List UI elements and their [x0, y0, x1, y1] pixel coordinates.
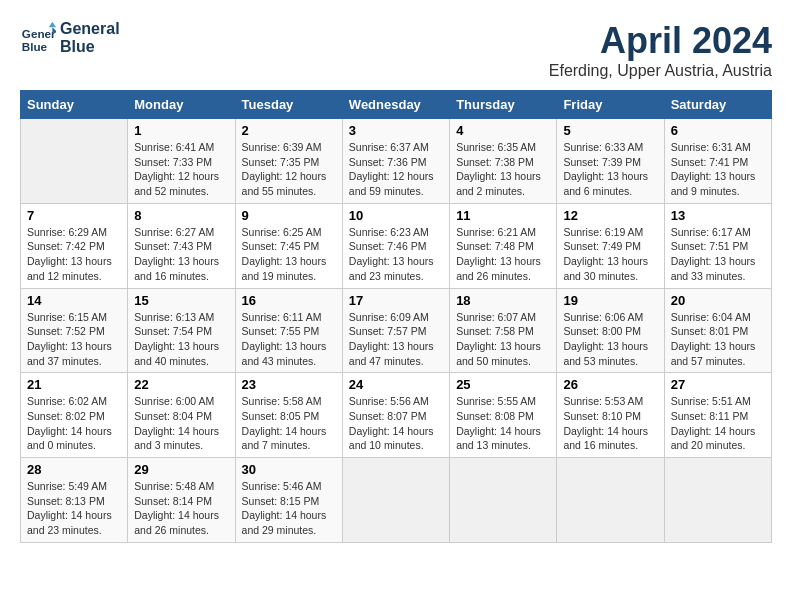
day-number: 1: [134, 123, 228, 138]
day-info: Sunrise: 6:06 AMSunset: 8:00 PMDaylight:…: [563, 310, 657, 369]
calendar-day-cell: [557, 458, 664, 543]
day-info: Sunrise: 6:00 AMSunset: 8:04 PMDaylight:…: [134, 394, 228, 453]
day-number: 13: [671, 208, 765, 223]
logo-icon: General Blue: [20, 20, 56, 56]
day-info: Sunrise: 6:39 AMSunset: 7:35 PMDaylight:…: [242, 140, 336, 199]
svg-text:Blue: Blue: [22, 40, 48, 53]
day-number: 4: [456, 123, 550, 138]
calendar-week-row: 14Sunrise: 6:15 AMSunset: 7:52 PMDayligh…: [21, 288, 772, 373]
weekday-header-row: SundayMondayTuesdayWednesdayThursdayFrid…: [21, 91, 772, 119]
calendar-day-cell: 3Sunrise: 6:37 AMSunset: 7:36 PMDaylight…: [342, 119, 449, 204]
logo-text: GeneralBlue: [60, 20, 120, 56]
calendar-day-cell: 8Sunrise: 6:27 AMSunset: 7:43 PMDaylight…: [128, 203, 235, 288]
calendar-day-cell: 14Sunrise: 6:15 AMSunset: 7:52 PMDayligh…: [21, 288, 128, 373]
calendar-day-cell: 13Sunrise: 6:17 AMSunset: 7:51 PMDayligh…: [664, 203, 771, 288]
day-info: Sunrise: 6:23 AMSunset: 7:46 PMDaylight:…: [349, 225, 443, 284]
day-info: Sunrise: 6:41 AMSunset: 7:33 PMDaylight:…: [134, 140, 228, 199]
day-number: 24: [349, 377, 443, 392]
weekday-header: Wednesday: [342, 91, 449, 119]
day-number: 14: [27, 293, 121, 308]
calendar-day-cell: [450, 458, 557, 543]
calendar-week-row: 1Sunrise: 6:41 AMSunset: 7:33 PMDaylight…: [21, 119, 772, 204]
calendar-day-cell: 12Sunrise: 6:19 AMSunset: 7:49 PMDayligh…: [557, 203, 664, 288]
calendar-day-cell: [342, 458, 449, 543]
calendar-week-row: 28Sunrise: 5:49 AMSunset: 8:13 PMDayligh…: [21, 458, 772, 543]
day-info: Sunrise: 6:25 AMSunset: 7:45 PMDaylight:…: [242, 225, 336, 284]
day-number: 15: [134, 293, 228, 308]
day-info: Sunrise: 5:48 AMSunset: 8:14 PMDaylight:…: [134, 479, 228, 538]
calendar-day-cell: 10Sunrise: 6:23 AMSunset: 7:46 PMDayligh…: [342, 203, 449, 288]
day-number: 12: [563, 208, 657, 223]
logo: General Blue GeneralBlue: [20, 20, 120, 56]
page-header: General Blue GeneralBlue April 2024 Efer…: [20, 20, 772, 80]
day-number: 30: [242, 462, 336, 477]
day-number: 20: [671, 293, 765, 308]
svg-text:General: General: [22, 27, 56, 40]
day-info: Sunrise: 6:07 AMSunset: 7:58 PMDaylight:…: [456, 310, 550, 369]
day-number: 8: [134, 208, 228, 223]
day-info: Sunrise: 6:11 AMSunset: 7:55 PMDaylight:…: [242, 310, 336, 369]
day-number: 3: [349, 123, 443, 138]
day-info: Sunrise: 6:19 AMSunset: 7:49 PMDaylight:…: [563, 225, 657, 284]
day-info: Sunrise: 6:15 AMSunset: 7:52 PMDaylight:…: [27, 310, 121, 369]
calendar-day-cell: 26Sunrise: 5:53 AMSunset: 8:10 PMDayligh…: [557, 373, 664, 458]
day-number: 17: [349, 293, 443, 308]
day-number: 27: [671, 377, 765, 392]
calendar-day-cell: 28Sunrise: 5:49 AMSunset: 8:13 PMDayligh…: [21, 458, 128, 543]
day-info: Sunrise: 6:17 AMSunset: 7:51 PMDaylight:…: [671, 225, 765, 284]
calendar-day-cell: 20Sunrise: 6:04 AMSunset: 8:01 PMDayligh…: [664, 288, 771, 373]
day-number: 10: [349, 208, 443, 223]
day-number: 22: [134, 377, 228, 392]
calendar-day-cell: 7Sunrise: 6:29 AMSunset: 7:42 PMDaylight…: [21, 203, 128, 288]
weekday-header: Sunday: [21, 91, 128, 119]
weekday-header: Friday: [557, 91, 664, 119]
calendar-day-cell: 24Sunrise: 5:56 AMSunset: 8:07 PMDayligh…: [342, 373, 449, 458]
calendar-day-cell: 15Sunrise: 6:13 AMSunset: 7:54 PMDayligh…: [128, 288, 235, 373]
calendar-day-cell: 30Sunrise: 5:46 AMSunset: 8:15 PMDayligh…: [235, 458, 342, 543]
day-info: Sunrise: 6:13 AMSunset: 7:54 PMDaylight:…: [134, 310, 228, 369]
location-subtitle: Eferding, Upper Austria, Austria: [549, 62, 772, 80]
day-info: Sunrise: 6:35 AMSunset: 7:38 PMDaylight:…: [456, 140, 550, 199]
day-number: 26: [563, 377, 657, 392]
day-info: Sunrise: 6:04 AMSunset: 8:01 PMDaylight:…: [671, 310, 765, 369]
calendar-day-cell: 4Sunrise: 6:35 AMSunset: 7:38 PMDaylight…: [450, 119, 557, 204]
day-info: Sunrise: 5:53 AMSunset: 8:10 PMDaylight:…: [563, 394, 657, 453]
calendar-day-cell: 23Sunrise: 5:58 AMSunset: 8:05 PMDayligh…: [235, 373, 342, 458]
day-info: Sunrise: 5:56 AMSunset: 8:07 PMDaylight:…: [349, 394, 443, 453]
day-number: 2: [242, 123, 336, 138]
title-block: April 2024 Eferding, Upper Austria, Aust…: [549, 20, 772, 80]
day-number: 23: [242, 377, 336, 392]
calendar-day-cell: [664, 458, 771, 543]
day-info: Sunrise: 6:09 AMSunset: 7:57 PMDaylight:…: [349, 310, 443, 369]
day-info: Sunrise: 5:55 AMSunset: 8:08 PMDaylight:…: [456, 394, 550, 453]
calendar-day-cell: 29Sunrise: 5:48 AMSunset: 8:14 PMDayligh…: [128, 458, 235, 543]
day-info: Sunrise: 5:46 AMSunset: 8:15 PMDaylight:…: [242, 479, 336, 538]
weekday-header: Thursday: [450, 91, 557, 119]
calendar-day-cell: 21Sunrise: 6:02 AMSunset: 8:02 PMDayligh…: [21, 373, 128, 458]
svg-marker-2: [49, 22, 56, 27]
calendar-day-cell: 19Sunrise: 6:06 AMSunset: 8:00 PMDayligh…: [557, 288, 664, 373]
calendar-week-row: 21Sunrise: 6:02 AMSunset: 8:02 PMDayligh…: [21, 373, 772, 458]
calendar-day-cell: [21, 119, 128, 204]
day-number: 18: [456, 293, 550, 308]
calendar-day-cell: 2Sunrise: 6:39 AMSunset: 7:35 PMDaylight…: [235, 119, 342, 204]
weekday-header: Tuesday: [235, 91, 342, 119]
day-number: 9: [242, 208, 336, 223]
day-info: Sunrise: 6:29 AMSunset: 7:42 PMDaylight:…: [27, 225, 121, 284]
day-info: Sunrise: 6:27 AMSunset: 7:43 PMDaylight:…: [134, 225, 228, 284]
day-info: Sunrise: 6:31 AMSunset: 7:41 PMDaylight:…: [671, 140, 765, 199]
day-number: 11: [456, 208, 550, 223]
calendar-day-cell: 22Sunrise: 6:00 AMSunset: 8:04 PMDayligh…: [128, 373, 235, 458]
calendar-day-cell: 17Sunrise: 6:09 AMSunset: 7:57 PMDayligh…: [342, 288, 449, 373]
day-number: 21: [27, 377, 121, 392]
weekday-header: Monday: [128, 91, 235, 119]
calendar-table: SundayMondayTuesdayWednesdayThursdayFrid…: [20, 90, 772, 543]
day-info: Sunrise: 5:49 AMSunset: 8:13 PMDaylight:…: [27, 479, 121, 538]
day-info: Sunrise: 6:37 AMSunset: 7:36 PMDaylight:…: [349, 140, 443, 199]
day-number: 19: [563, 293, 657, 308]
day-number: 5: [563, 123, 657, 138]
weekday-header: Saturday: [664, 91, 771, 119]
day-info: Sunrise: 6:02 AMSunset: 8:02 PMDaylight:…: [27, 394, 121, 453]
calendar-day-cell: 27Sunrise: 5:51 AMSunset: 8:11 PMDayligh…: [664, 373, 771, 458]
day-number: 28: [27, 462, 121, 477]
